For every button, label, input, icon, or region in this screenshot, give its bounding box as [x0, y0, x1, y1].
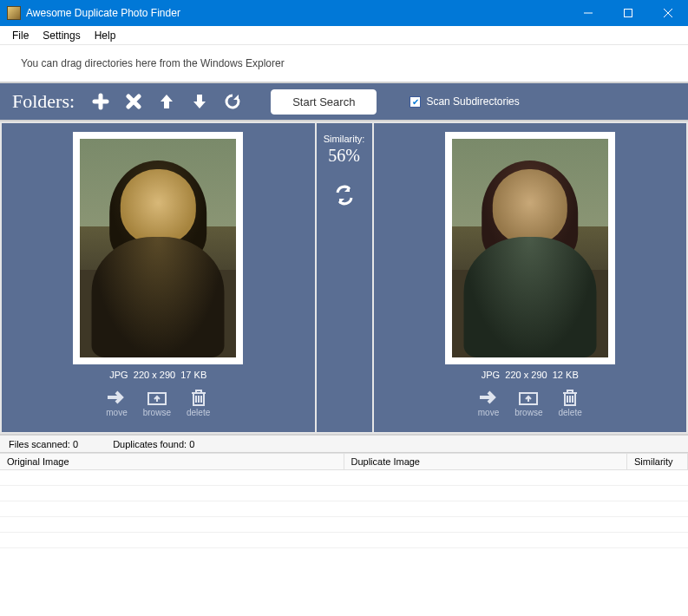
folder-up-icon [518, 387, 539, 408]
move-up-button[interactable] [156, 91, 177, 112]
menu-file[interactable]: File [5, 28, 36, 43]
duplicate-move-button[interactable]: move [478, 387, 499, 417]
maximize-button[interactable] [608, 0, 648, 26]
original-move-button[interactable]: move [106, 387, 127, 417]
app-icon [7, 6, 21, 20]
column-similarity[interactable]: Similarity [627, 454, 688, 469]
menu-bar: File Settings Help [0, 26, 688, 45]
duplicate-pane: JPG 220 x 290 12 KB move browse delete [372, 121, 689, 434]
original-meta: JPG 220 x 290 17 KB [109, 370, 206, 380]
table-row[interactable] [0, 486, 688, 501]
move-down-button[interactable] [189, 91, 210, 112]
table-row[interactable] [0, 533, 688, 548]
scan-subdirectories-label: Scan Subdirectories [426, 95, 519, 108]
original-delete-button[interactable]: delete [187, 387, 210, 417]
original-pane: JPG 220 x 290 17 KB move browse delete [0, 121, 317, 434]
status-bar: Files scanned: 0 Duplicates found: 0 [0, 434, 688, 453]
duplicate-meta: JPG 220 x 290 12 KB [482, 370, 579, 380]
swap-button[interactable] [334, 185, 355, 206]
remove-folder-button[interactable] [123, 91, 144, 112]
close-button[interactable] [648, 0, 688, 26]
duplicate-browse-button[interactable]: browse [514, 387, 542, 417]
drop-zone-hint: You can drag directories here from the W… [21, 57, 285, 69]
minimize-button[interactable] [568, 0, 608, 26]
window-title: Awesome Duplicate Photo Finder [26, 7, 568, 19]
menu-help[interactable]: Help [88, 28, 123, 43]
table-row[interactable] [0, 517, 688, 533]
folder-up-icon [147, 387, 167, 408]
column-original[interactable]: Original Image [0, 454, 344, 469]
title-bar: Awesome Duplicate Photo Finder [0, 0, 688, 26]
trash-icon [188, 387, 209, 408]
results-table: Original Image Duplicate Image Similarit… [0, 453, 688, 548]
table-header: Original Image Duplicate Image Similarit… [0, 453, 688, 470]
menu-settings[interactable]: Settings [36, 28, 87, 43]
svg-rect-1 [625, 10, 632, 17]
files-scanned: Files scanned: 0 [9, 439, 78, 449]
add-folder-button[interactable] [90, 91, 111, 112]
folders-label: Folders: [12, 90, 75, 113]
table-row[interactable] [0, 501, 688, 517]
folders-toolbar: Folders: Start Search ✔ Scan Subdirector… [0, 83, 688, 121]
arrow-right-icon [106, 387, 127, 408]
table-row[interactable] [0, 470, 688, 486]
duplicate-delete-button[interactable]: delete [558, 387, 581, 417]
comparison-area: JPG 220 x 290 17 KB move browse delete S… [0, 121, 688, 434]
reload-button[interactable] [222, 91, 243, 112]
duplicates-found: Duplicates found: 0 [113, 439, 194, 449]
similarity-value: 56% [328, 146, 360, 166]
original-browse-button[interactable]: browse [143, 387, 171, 417]
column-duplicate[interactable]: Duplicate Image [344, 454, 628, 469]
trash-icon [560, 387, 580, 408]
original-image[interactable] [73, 132, 243, 364]
drop-zone[interactable]: You can drag directories here from the W… [0, 45, 688, 83]
scan-subdirectories-checkbox[interactable]: ✔ Scan Subdirectories [410, 95, 519, 108]
similarity-panel: Similarity: 56% [317, 121, 372, 434]
similarity-label: Similarity: [324, 134, 365, 144]
table-body[interactable] [0, 470, 688, 548]
check-icon: ✔ [410, 96, 421, 108]
start-search-button[interactable]: Start Search [271, 89, 377, 115]
arrow-right-icon [478, 387, 499, 408]
duplicate-image[interactable] [445, 132, 615, 364]
